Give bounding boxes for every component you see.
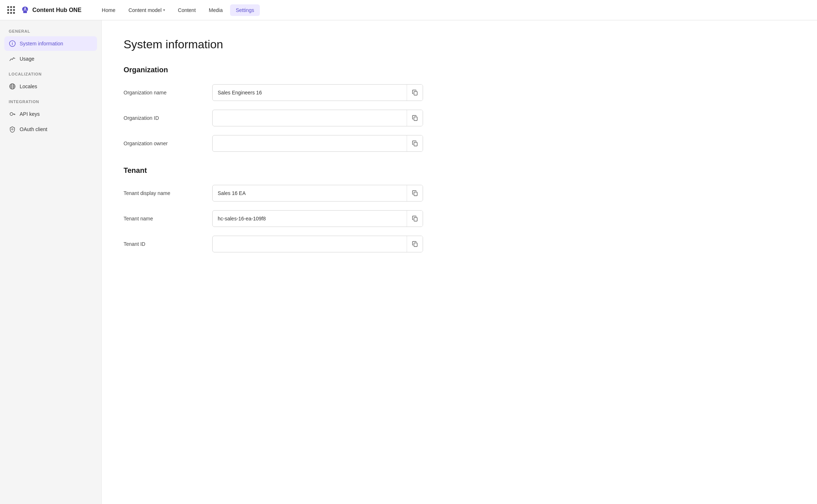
tenant-id-input[interactable] (213, 237, 407, 251)
grid-menu-icon[interactable] (7, 6, 15, 14)
sidebar-item-system-information-label: System information (20, 41, 63, 46)
nav-media[interactable]: Media (203, 4, 229, 16)
tenant-id-row: Tenant ID (124, 236, 795, 252)
svg-rect-14 (414, 142, 417, 146)
api-key-icon (9, 110, 16, 118)
logo-text: Content Hub ONE (32, 7, 81, 13)
org-name-input[interactable] (213, 86, 407, 99)
topnav-links: Home Content model ▾ Content Media Setti… (96, 4, 810, 16)
tenant-id-label: Tenant ID (124, 241, 204, 247)
sidebar-item-system-information[interactable]: i System information (4, 36, 97, 51)
svg-rect-16 (414, 218, 417, 221)
sidebar-item-api-keys[interactable]: API keys (4, 107, 97, 121)
tenant-display-name-input[interactable] (213, 187, 407, 200)
main-content: System information Organization Organiza… (102, 20, 817, 504)
tenant-name-copy-button[interactable] (407, 211, 423, 227)
nav-content-label: Content (178, 7, 196, 13)
logo[interactable]: Content Hub ONE (21, 6, 81, 15)
svg-rect-12 (414, 92, 417, 95)
tenant-id-input-wrapper (212, 236, 423, 252)
tenant-name-row: Tenant name (124, 210, 795, 227)
tenant-display-name-input-wrapper (212, 185, 423, 202)
org-name-row: Organization name (124, 84, 795, 101)
info-circle-icon: i (9, 40, 16, 47)
sidebar-item-api-keys-label: API keys (20, 111, 40, 117)
org-id-input-wrapper (212, 110, 423, 126)
tenant-display-name-copy-button[interactable] (407, 185, 423, 201)
logo-icon (21, 6, 29, 15)
content-model-chevron-icon: ▾ (163, 8, 165, 12)
main-layout: GENERAL i System information Usage LOCAL… (0, 20, 817, 504)
tenant-section-title: Tenant (124, 166, 795, 175)
org-owner-input-wrapper (212, 135, 423, 152)
tenant-name-input[interactable] (213, 212, 407, 225)
sidebar-item-locales[interactable]: Locales (4, 79, 97, 94)
sidebar-item-usage-label: Usage (20, 56, 34, 62)
shield-icon (9, 126, 16, 133)
nav-home[interactable]: Home (96, 4, 121, 16)
tenant-id-copy-button[interactable] (407, 236, 423, 252)
sidebar-item-oauth-client-label: OAuth client (20, 126, 47, 132)
nav-content[interactable]: Content (172, 4, 202, 16)
org-id-label: Organization ID (124, 115, 204, 121)
sidebar-item-oauth-client[interactable]: OAuth client (4, 122, 97, 137)
org-owner-label: Organization owner (124, 141, 204, 146)
org-owner-input[interactable] (213, 137, 407, 150)
svg-rect-13 (414, 117, 417, 121)
org-id-copy-button[interactable] (407, 110, 423, 126)
org-id-input[interactable] (213, 111, 407, 125)
svg-rect-15 (414, 192, 417, 196)
tenant-display-name-label: Tenant display name (124, 190, 204, 196)
org-owner-copy-button[interactable] (407, 135, 423, 151)
svg-rect-17 (414, 243, 417, 247)
nav-content-model-label: Content model (128, 7, 161, 13)
topnav: Content Hub ONE Home Content model ▾ Con… (0, 0, 817, 20)
org-id-row: Organization ID (124, 110, 795, 126)
globe-icon (9, 83, 16, 90)
usage-icon (9, 55, 16, 62)
sidebar-item-usage[interactable]: Usage (4, 52, 97, 66)
nav-content-model[interactable]: Content model ▾ (122, 4, 170, 16)
nav-home-label: Home (102, 7, 115, 13)
org-name-input-wrapper (212, 84, 423, 101)
organization-section-title: Organization (124, 66, 795, 74)
org-owner-row: Organization owner (124, 135, 795, 152)
sidebar: GENERAL i System information Usage LOCAL… (0, 20, 102, 504)
org-name-copy-button[interactable] (407, 85, 423, 101)
tenant-name-input-wrapper (212, 210, 423, 227)
sidebar-item-locales-label: Locales (20, 84, 37, 89)
svg-point-7 (10, 113, 13, 115)
tenant-name-label: Tenant name (124, 216, 204, 221)
sidebar-section-localization: LOCALIZATION (4, 72, 97, 76)
page-title: System information (124, 38, 795, 51)
svg-text:i: i (12, 42, 13, 46)
svg-point-11 (12, 129, 13, 130)
sidebar-section-general: GENERAL (4, 29, 97, 33)
tenant-display-name-row: Tenant display name (124, 185, 795, 202)
org-name-label: Organization name (124, 90, 204, 95)
nav-media-label: Media (209, 7, 223, 13)
sidebar-section-integration: INTEGRATION (4, 99, 97, 104)
nav-settings[interactable]: Settings (230, 4, 260, 16)
nav-settings-label: Settings (236, 7, 254, 13)
